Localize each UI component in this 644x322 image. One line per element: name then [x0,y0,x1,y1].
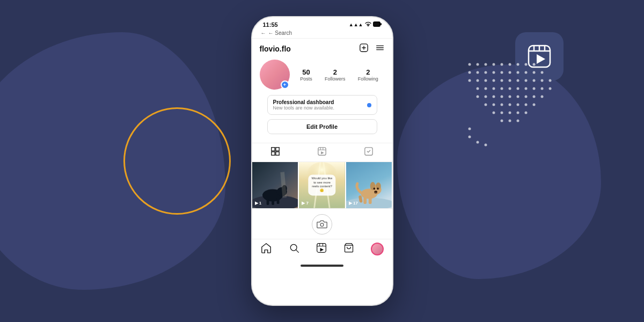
svg-point-46 [374,191,377,193]
profile-stats-group: 50 Posts 2 Followers 2 Following [294,68,385,82]
svg-point-82 [501,79,503,82]
svg-point-77 [541,71,544,74]
svg-point-63 [501,63,503,66]
svg-point-92 [501,87,503,90]
profile-title-row: flovio.flo [260,43,385,54]
signal-icon: ▲▲▲ [349,22,363,27]
svg-rect-8 [374,23,379,26]
svg-point-62 [493,63,495,66]
camera-float-button-area [252,208,392,239]
following-label: Following [358,76,378,82]
nav-shop[interactable] [343,243,354,256]
grid-cell-1[interactable]: ▶ 1 [252,162,298,208]
cell-2-badge: ▶ 7 [302,201,309,206]
svg-point-117 [509,112,511,114]
following-count: 2 [366,68,370,76]
profile-avatar-wrap[interactable]: + [260,60,290,90]
svg-point-90 [485,87,487,90]
tab-grid[interactable] [270,147,280,158]
svg-point-122 [517,120,519,122]
svg-point-116 [501,112,503,114]
svg-point-104 [517,96,519,98]
stat-posts: 50 Posts [300,68,312,82]
svg-point-69 [477,71,479,74]
nav-home[interactable] [260,243,272,256]
svg-point-96 [533,87,536,90]
status-time: 11:55 [263,21,278,28]
svg-point-88 [549,79,552,82]
orange-circle-decoration [123,107,231,215]
profile-tabs [252,143,392,162]
svg-point-74 [517,71,519,74]
svg-point-121 [509,120,511,122]
posts-count: 50 [302,68,310,76]
svg-point-105 [525,96,528,98]
svg-point-103 [509,96,511,98]
svg-point-76 [533,71,536,74]
svg-rect-18 [276,152,279,155]
edit-profile-button[interactable]: Edit Profile [267,119,377,134]
grid-cell-3[interactable]: ▶ 17 [346,162,392,208]
phone-notch [303,17,341,28]
svg-point-79 [477,79,479,82]
camera-button[interactable] [312,214,332,235]
avatar-add-icon: + [281,80,289,89]
svg-point-68 [469,71,471,74]
svg-point-99 [477,96,479,98]
svg-rect-31 [272,199,274,205]
svg-point-111 [509,104,511,106]
stat-followers[interactable]: 2 Followers [325,68,346,82]
hamburger-menu-icon[interactable] [375,43,385,54]
svg-line-52 [296,250,298,252]
svg-point-126 [485,144,487,147]
bottom-nav [252,239,392,261]
svg-point-118 [517,112,519,114]
profile-header: flovio.flo + 50 [252,39,392,143]
cell-2-overlay: Would you like to see more reels content… [308,174,335,195]
search-label: ← Search [268,30,292,36]
professional-dashboard-banner[interactable]: Professional dashboard New tools are now… [267,95,377,115]
svg-point-115 [493,112,495,114]
stat-following[interactable]: 2 Following [358,68,378,82]
svg-point-101 [493,96,495,98]
svg-point-81 [493,79,495,82]
svg-point-66 [525,63,528,66]
nav-search[interactable] [289,243,299,256]
home-indicator [252,261,392,270]
svg-point-108 [485,104,487,106]
svg-rect-15 [272,148,275,151]
svg-point-60 [477,63,479,66]
wifi-icon [365,21,371,28]
svg-rect-47 [363,197,367,204]
svg-marker-57 [320,248,324,252]
svg-point-95 [525,87,528,90]
grid-cell-2[interactable]: Would you like to see more reels content… [299,162,345,208]
nav-profile-avatar[interactable] [371,243,384,255]
svg-marker-23 [321,151,324,154]
followers-count: 2 [333,68,337,76]
nav-reels[interactable] [316,243,327,256]
tab-reels[interactable] [317,147,327,158]
phone-screen: ← ← Search flovio.flo [252,28,392,305]
status-icons: ▲▲▲ [349,21,382,28]
svg-point-97 [541,87,544,90]
followers-label: Followers [325,76,346,82]
svg-rect-17 [272,152,275,155]
dashboard-subtitle: New tools are now available. [273,105,335,111]
svg-point-110 [501,104,503,106]
svg-rect-30 [266,199,269,205]
svg-point-93 [509,87,511,90]
battery-icon [373,21,382,28]
svg-point-44 [373,188,375,190]
tab-tagged[interactable] [364,147,374,158]
svg-point-89 [477,87,479,90]
svg-point-112 [517,104,519,106]
add-post-icon[interactable] [359,43,369,54]
svg-point-75 [525,71,528,74]
dashboard-indicator-dot [367,103,371,107]
svg-point-70 [485,71,487,74]
svg-point-125 [477,141,479,144]
svg-point-64 [509,63,511,66]
svg-point-78 [469,79,471,82]
search-bar[interactable]: ← ← Search [252,28,392,39]
